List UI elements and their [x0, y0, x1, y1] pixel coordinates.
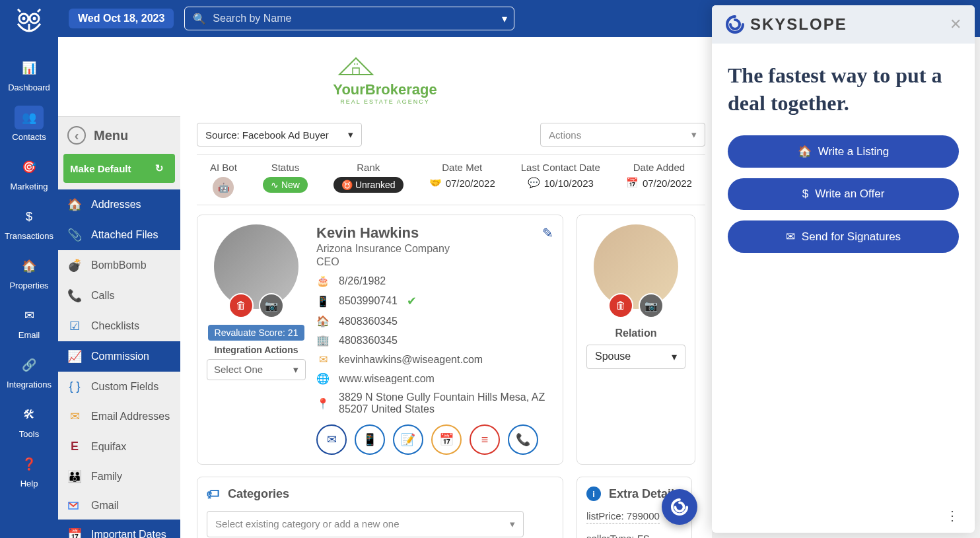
nav-properties[interactable]: 🏠Properties	[0, 248, 58, 297]
delete-avatar-button[interactable]: 🗑	[228, 293, 254, 318]
integration-select[interactable]: Select One▾	[207, 359, 306, 380]
submenu-equifax[interactable]: EEquifax	[58, 432, 180, 461]
nav-integrations[interactable]: 🔗Integrations	[0, 347, 58, 396]
submenu-label: Commission	[91, 351, 149, 362]
chevron-down-icon: ▾	[293, 364, 298, 376]
camera-button[interactable]: 📷	[259, 293, 284, 318]
submenu-bombbomb[interactable]: 💣BombBomb	[58, 250, 180, 281]
gauge-icon: 📊	[15, 56, 44, 80]
svg-point-6	[357, 63, 358, 65]
submenu-label: Email Addresses	[91, 411, 170, 422]
contact-website: www.wiseagent.com	[339, 373, 435, 385]
revaluate-badge[interactable]: Revaluate Score: 21	[208, 325, 305, 341]
phone-action-button[interactable]: 📞	[508, 424, 538, 455]
email-action-button[interactable]: ✉	[316, 424, 347, 455]
extra-detail-line[interactable]: listPrice: 799000	[586, 510, 660, 523]
make-default-label: Make Default	[70, 163, 131, 174]
nav-label: Marketing	[10, 182, 48, 191]
skyslope-swirl-icon	[725, 15, 745, 34]
skyslope-brand: SKYSLOPE	[750, 15, 847, 34]
contact-company: Arizona Insurance Company	[316, 243, 553, 255]
close-icon[interactable]: ✕	[950, 16, 962, 33]
chevron-down-icon[interactable]: ▾	[502, 13, 507, 25]
skyslope-headline: The fastest way to put a deal together.	[728, 62, 959, 117]
submenu-family[interactable]: 👪Family	[58, 461, 180, 492]
email-icon: ✉	[316, 353, 330, 366]
nav-label: Contacts	[12, 132, 46, 142]
nav-transactions[interactable]: $Transactions	[0, 198, 58, 248]
delete-relation-avatar-button[interactable]: 🗑	[608, 293, 633, 318]
contact-birthday: 8/26/1982	[339, 275, 386, 287]
kebab-menu-icon[interactable]: ⋮	[946, 508, 959, 523]
extra-detail-line[interactable]: sellerType: FS	[586, 533, 650, 538]
taurus-icon: ♉	[341, 180, 353, 190]
ai-bot-icon[interactable]: 🤖	[213, 177, 234, 198]
write-offer-button[interactable]: $Write an Offer	[728, 178, 959, 210]
send-signatures-button[interactable]: ✉Send for Signatures	[728, 220, 959, 253]
nav-help[interactable]: ❓Help	[0, 446, 58, 495]
submenu-gmail[interactable]: Gmail	[58, 492, 180, 520]
chevron-down-icon: ▾	[348, 129, 353, 141]
nav-dashboard[interactable]: 📊Dashboard	[0, 50, 58, 99]
stat-label: Status	[271, 162, 300, 173]
category-select[interactable]: Select existing category or add a new on…	[207, 511, 524, 537]
dollar-icon: $	[15, 205, 44, 228]
status-pill[interactable]: ∿New	[263, 177, 308, 193]
nav-email[interactable]: ✉Email	[0, 297, 58, 347]
note-action-button[interactable]: 📝	[393, 424, 423, 455]
submenu-title: Menu	[94, 128, 128, 143]
calendar-icon: 📅	[626, 177, 639, 189]
chevron-down-icon: ▾	[510, 518, 515, 530]
nav-marketing[interactable]: 🎯Marketing	[0, 149, 58, 198]
submenu-commission[interactable]: 📈Commission	[58, 341, 180, 372]
floating-skyslope-button[interactable]	[662, 489, 697, 525]
info-icon: i	[586, 487, 601, 501]
calendar-action-button[interactable]: 📅	[431, 424, 462, 455]
calendar-icon: 📅	[67, 527, 82, 538]
stat-rank: Rank♉Unranked	[333, 162, 403, 198]
chart-icon: 📈	[67, 349, 82, 364]
submenu-email-addresses[interactable]: ✉Email Addresses	[58, 401, 180, 432]
submenu-attached-files[interactable]: 📎Attached Files	[58, 220, 180, 250]
actions-select[interactable]: Actions▾	[540, 123, 705, 147]
pulse-icon: ∿	[271, 180, 279, 190]
submenu-important-dates[interactable]: 📅Important Dates	[58, 520, 180, 538]
globe-icon: 🌐	[316, 372, 330, 385]
submenu-calls[interactable]: 📞Calls	[58, 281, 180, 311]
home-icon: 🏠	[67, 197, 82, 212]
source-select[interactable]: Source: Facebook Ad Buyer▾	[197, 123, 362, 147]
relation-camera-button[interactable]: 📷	[639, 293, 664, 318]
handshake-icon: 🤝	[429, 177, 442, 189]
list-action-button[interactable]: ≡	[470, 424, 500, 455]
submenu-custom-fields[interactable]: { }Custom Fields	[58, 372, 180, 401]
nav-tools[interactable]: 🛠Tools	[0, 396, 58, 446]
make-default-button[interactable]: Make Default ↻	[63, 154, 175, 183]
search-icon: 🔍	[193, 13, 206, 25]
contact-title: CEO	[316, 256, 553, 268]
verified-icon: ✔	[407, 294, 417, 308]
search-input[interactable]	[213, 13, 506, 24]
submenu-addresses[interactable]: 🏠Addresses	[58, 189, 180, 220]
back-button[interactable]: ‹	[67, 126, 86, 145]
date-badge[interactable]: Wed Oct 18, 2023	[69, 9, 174, 28]
relation-label: Relation	[615, 327, 656, 339]
redo-icon: ↻	[150, 159, 168, 178]
svg-point-2	[22, 17, 26, 20]
content-area: Source: Facebook Ad Buyer▾ Actions▾ AI B…	[190, 116, 712, 538]
write-listing-button[interactable]: 🏠Write a Listing	[728, 135, 959, 168]
actions-label: Actions	[549, 129, 581, 141]
search-box[interactable]: 🔍 ▾	[184, 7, 514, 30]
relation-card: 🗑 📷 Relation Spouse▾	[577, 215, 695, 465]
gmail-icon	[67, 500, 82, 512]
integration-label: Integration Actions	[214, 345, 298, 355]
equifax-icon: E	[67, 440, 82, 454]
skyslope-panel: SKYSLOPE ✕ The fastest way to put a deal…	[712, 5, 975, 533]
rank-pill[interactable]: ♉Unranked	[333, 177, 403, 193]
pin-icon: 📍	[316, 397, 330, 410]
edit-icon[interactable]: ✎	[542, 225, 553, 241]
nav-contacts[interactable]: 👥Contacts	[0, 99, 58, 149]
skyslope-logo: SKYSLOPE	[725, 15, 847, 34]
submenu-checklists[interactable]: ☑Checklists	[58, 311, 180, 341]
mobile-action-button[interactable]: 📱	[355, 424, 385, 455]
relation-select[interactable]: Spouse▾	[586, 345, 685, 369]
